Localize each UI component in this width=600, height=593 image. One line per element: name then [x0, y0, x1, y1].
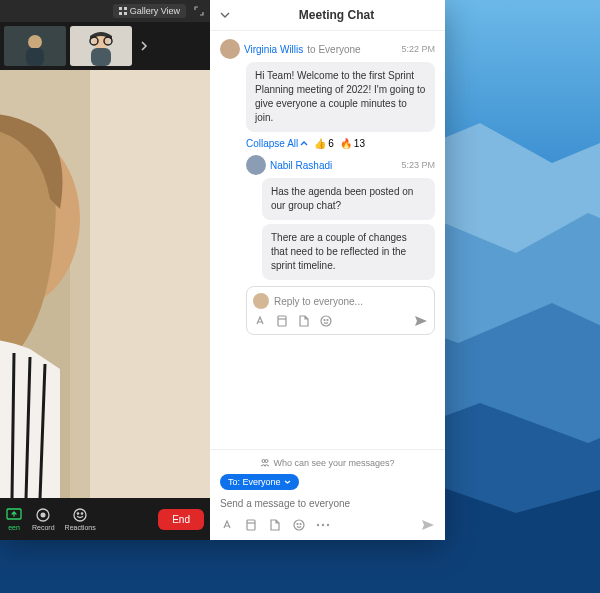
video-topbar: Gallery View — [0, 0, 210, 22]
main-speaker-video[interactable] — [0, 70, 210, 498]
record-button[interactable]: Record — [32, 507, 55, 531]
svg-point-25 — [327, 320, 328, 321]
message-text: There are a couple of changes that need … — [262, 224, 435, 280]
send-icon[interactable] — [421, 518, 435, 532]
svg-point-34 — [327, 524, 329, 526]
meeting-window: Gallery View — [0, 0, 445, 540]
message-text: Hi Team! Welcome to the first Sprint Pla… — [246, 62, 435, 132]
message-sender[interactable]: Nabil Rashadi — [270, 160, 332, 171]
participant-thumb-1[interactable] — [4, 26, 66, 66]
share-screen-button[interactable]: een — [6, 507, 22, 531]
reactions-label: Reactions — [65, 524, 96, 531]
gallery-view-label: Gallery View — [130, 6, 180, 16]
svg-rect-9 — [91, 48, 111, 66]
svg-point-27 — [265, 460, 268, 463]
svg-point-29 — [294, 520, 304, 530]
chat-collapse-icon[interactable] — [220, 12, 230, 18]
chat-messages: Virginia Willis to Everyone 5:22 PM Hi T… — [210, 31, 445, 449]
emoji-icon[interactable] — [275, 314, 289, 328]
thumbs-up-reaction[interactable]: 👍 6 — [314, 138, 334, 149]
format-icon[interactable] — [253, 314, 267, 328]
svg-point-20 — [77, 513, 78, 514]
svg-point-18 — [41, 513, 46, 518]
next-thumbnails-icon[interactable] — [136, 40, 152, 52]
chat-title: Meeting Chat — [238, 8, 435, 22]
smile-icon[interactable] — [292, 518, 306, 532]
svg-point-31 — [300, 524, 301, 525]
format-icon[interactable] — [220, 518, 234, 532]
reply-placeholder: Reply to everyone... — [274, 296, 363, 307]
file-icon[interactable] — [297, 314, 311, 328]
svg-point-21 — [81, 513, 82, 514]
share-screen-label: een — [8, 524, 20, 531]
svg-point-33 — [322, 524, 324, 526]
chat-header: Meeting Chat — [210, 0, 445, 31]
send-icon[interactable] — [414, 314, 428, 328]
svg-point-19 — [74, 509, 86, 521]
end-meeting-button[interactable]: End — [158, 509, 204, 530]
share-screen-icon — [6, 507, 22, 523]
avatar — [253, 293, 269, 309]
record-label: Record — [32, 524, 55, 531]
svg-rect-22 — [278, 316, 286, 326]
avatar — [246, 155, 266, 175]
svg-rect-28 — [247, 520, 255, 530]
collapse-all-link[interactable]: Collapse All — [246, 138, 308, 149]
chat-footer: Who can see your messages? To: Everyone — [210, 449, 445, 540]
participant-thumb-2[interactable] — [70, 26, 132, 66]
thread-reply: Nabil Rashadi 5:23 PM Has the agenda bee… — [236, 155, 435, 280]
svg-rect-3 — [124, 12, 127, 15]
thread-reply-box[interactable]: Reply to everyone... — [246, 286, 435, 335]
who-can-see-link[interactable]: Who can see your messages? — [220, 458, 435, 468]
avatar — [220, 39, 240, 59]
smile-icon[interactable] — [319, 314, 333, 328]
record-icon — [35, 507, 51, 523]
message-input[interactable] — [220, 495, 435, 512]
video-pane: Gallery View — [0, 0, 210, 540]
message-time: 5:22 PM — [401, 44, 435, 54]
message-sender[interactable]: Virginia Willis — [244, 44, 303, 55]
meeting-controls: een Record Reactions End — [0, 498, 210, 540]
svg-rect-6 — [26, 48, 44, 66]
chat-pane: Meeting Chat Virginia Willis to Everyone… — [210, 0, 445, 540]
to-recipient-pill[interactable]: To: Everyone — [220, 474, 299, 490]
svg-point-5 — [28, 35, 42, 49]
message-recipient: to Everyone — [307, 44, 360, 55]
svg-point-32 — [317, 524, 319, 526]
reactions-button[interactable]: Reactions — [65, 507, 96, 531]
reactions-icon — [72, 507, 88, 523]
chat-message: Virginia Willis to Everyone 5:22 PM Hi T… — [220, 39, 435, 335]
message-text: Has the agenda been posted on our group … — [262, 178, 435, 220]
svg-rect-0 — [119, 7, 122, 10]
screenshot-icon[interactable] — [244, 518, 258, 532]
svg-point-30 — [297, 524, 298, 525]
svg-point-23 — [321, 316, 331, 326]
svg-rect-1 — [124, 7, 127, 10]
gallery-view-button[interactable]: Gallery View — [113, 4, 186, 18]
message-time: 5:23 PM — [401, 160, 435, 170]
participant-thumbnails — [0, 22, 210, 70]
svg-point-24 — [324, 320, 325, 321]
fire-reaction[interactable]: 🔥 13 — [340, 138, 365, 149]
more-icon[interactable] — [316, 518, 330, 532]
svg-rect-2 — [119, 12, 122, 15]
expand-icon[interactable] — [194, 6, 204, 16]
file-icon[interactable] — [268, 518, 282, 532]
